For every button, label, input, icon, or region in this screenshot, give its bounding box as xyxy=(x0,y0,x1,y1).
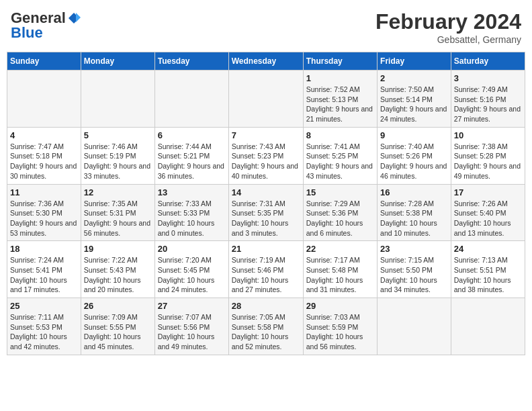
calendar-table: SundayMondayTuesdayWednesdayThursdayFrid… xyxy=(7,52,525,355)
calendar-week-3: 11Sunrise: 7:36 AMSunset: 5:30 PMDayligh… xyxy=(7,184,525,241)
calendar-cell: 20Sunrise: 7:20 AMSunset: 5:45 PMDayligh… xyxy=(154,241,228,298)
weekday-header-sunday: Sunday xyxy=(7,52,81,71)
day-info: Sunrise: 7:13 AMSunset: 5:51 PMDaylight:… xyxy=(454,255,522,295)
calendar-cell: 6Sunrise: 7:44 AMSunset: 5:21 PMDaylight… xyxy=(154,127,228,184)
day-number: 11 xyxy=(10,187,78,197)
calendar-week-4: 18Sunrise: 7:24 AMSunset: 5:41 PMDayligh… xyxy=(7,241,525,298)
day-info: Sunrise: 7:22 AMSunset: 5:43 PMDaylight:… xyxy=(84,255,152,295)
calendar-cell xyxy=(378,298,451,355)
day-number: 10 xyxy=(454,130,522,140)
day-info: Sunrise: 7:26 AMSunset: 5:40 PMDaylight:… xyxy=(454,199,522,238)
calendar-cell: 22Sunrise: 7:17 AMSunset: 5:48 PMDayligh… xyxy=(303,241,377,298)
day-info: Sunrise: 7:07 AMSunset: 5:56 PMDaylight:… xyxy=(158,312,226,352)
day-number: 22 xyxy=(306,244,374,254)
logo-blue-text: Blue xyxy=(11,24,43,42)
day-info: Sunrise: 7:05 AMSunset: 5:58 PMDaylight:… xyxy=(232,312,300,352)
day-info: Sunrise: 7:11 AMSunset: 5:53 PMDaylight:… xyxy=(10,312,78,352)
weekday-header-saturday: Saturday xyxy=(451,52,525,71)
day-number: 9 xyxy=(380,130,448,140)
weekday-header-tuesday: Tuesday xyxy=(154,52,228,71)
calendar-cell xyxy=(228,71,303,128)
day-info: Sunrise: 7:46 AMSunset: 5:19 PMDaylight:… xyxy=(84,142,152,181)
calendar-cell: 12Sunrise: 7:35 AMSunset: 5:31 PMDayligh… xyxy=(81,184,154,241)
day-number: 7 xyxy=(232,130,300,140)
day-info: Sunrise: 7:41 AMSunset: 5:25 PMDaylight:… xyxy=(306,142,374,181)
weekday-header-wednesday: Wednesday xyxy=(228,52,303,71)
logo-icon xyxy=(67,11,81,25)
calendar-cell: 3Sunrise: 7:49 AMSunset: 5:16 PMDaylight… xyxy=(451,71,525,128)
day-info: Sunrise: 7:35 AMSunset: 5:31 PMDaylight:… xyxy=(84,199,152,238)
calendar-week-5: 25Sunrise: 7:11 AMSunset: 5:53 PMDayligh… xyxy=(7,298,525,355)
day-number: 6 xyxy=(158,130,226,140)
calendar-week-2: 4Sunrise: 7:47 AMSunset: 5:18 PMDaylight… xyxy=(7,127,525,184)
calendar-cell: 4Sunrise: 7:47 AMSunset: 5:18 PMDaylight… xyxy=(7,127,81,184)
title-block: February 2024 Gebsattel, Germany xyxy=(375,9,521,45)
calendar-cell: 28Sunrise: 7:05 AMSunset: 5:58 PMDayligh… xyxy=(228,298,303,355)
day-number: 18 xyxy=(10,244,78,254)
day-number: 4 xyxy=(10,130,78,140)
calendar-cell xyxy=(154,71,228,128)
calendar-cell: 25Sunrise: 7:11 AMSunset: 5:53 PMDayligh… xyxy=(7,298,81,355)
calendar-cell: 13Sunrise: 7:33 AMSunset: 5:33 PMDayligh… xyxy=(154,184,228,241)
day-info: Sunrise: 7:43 AMSunset: 5:23 PMDaylight:… xyxy=(232,142,300,181)
calendar-cell: 17Sunrise: 7:26 AMSunset: 5:40 PMDayligh… xyxy=(451,184,525,241)
calendar-cell: 10Sunrise: 7:38 AMSunset: 5:28 PMDayligh… xyxy=(451,127,525,184)
day-number: 23 xyxy=(380,244,448,254)
calendar-cell: 2Sunrise: 7:50 AMSunset: 5:14 PMDaylight… xyxy=(378,71,451,128)
day-info: Sunrise: 7:29 AMSunset: 5:36 PMDaylight:… xyxy=(306,199,374,238)
month-year-title: February 2024 xyxy=(375,9,521,34)
day-info: Sunrise: 7:24 AMSunset: 5:41 PMDaylight:… xyxy=(10,255,78,295)
day-number: 28 xyxy=(232,301,300,311)
day-number: 14 xyxy=(232,187,300,197)
weekday-header-friday: Friday xyxy=(378,52,451,71)
day-info: Sunrise: 7:03 AMSunset: 5:59 PMDaylight:… xyxy=(306,312,374,352)
day-number: 3 xyxy=(454,73,522,83)
day-number: 17 xyxy=(454,187,522,197)
calendar-cell: 23Sunrise: 7:15 AMSunset: 5:50 PMDayligh… xyxy=(378,241,451,298)
day-info: Sunrise: 7:28 AMSunset: 5:38 PMDaylight:… xyxy=(380,199,448,238)
day-number: 26 xyxy=(84,301,152,311)
calendar-cell: 19Sunrise: 7:22 AMSunset: 5:43 PMDayligh… xyxy=(81,241,154,298)
day-number: 2 xyxy=(380,73,448,83)
day-number: 16 xyxy=(380,187,448,197)
day-number: 15 xyxy=(306,187,374,197)
svg-marker-1 xyxy=(76,13,81,22)
calendar-cell: 18Sunrise: 7:24 AMSunset: 5:41 PMDayligh… xyxy=(7,241,81,298)
calendar-cell: 15Sunrise: 7:29 AMSunset: 5:36 PMDayligh… xyxy=(303,184,377,241)
day-info: Sunrise: 7:50 AMSunset: 5:14 PMDaylight:… xyxy=(380,85,448,124)
day-number: 27 xyxy=(158,301,226,311)
calendar-body: 1Sunrise: 7:52 AMSunset: 5:13 PMDaylight… xyxy=(7,71,525,355)
day-info: Sunrise: 7:52 AMSunset: 5:13 PMDaylight:… xyxy=(306,85,374,124)
day-info: Sunrise: 7:17 AMSunset: 5:48 PMDaylight:… xyxy=(306,255,374,295)
calendar-cell: 14Sunrise: 7:31 AMSunset: 5:35 PMDayligh… xyxy=(228,184,303,241)
day-info: Sunrise: 7:33 AMSunset: 5:33 PMDaylight:… xyxy=(158,199,226,238)
day-info: Sunrise: 7:36 AMSunset: 5:30 PMDaylight:… xyxy=(10,199,78,238)
calendar-week-1: 1Sunrise: 7:52 AMSunset: 5:13 PMDaylight… xyxy=(7,71,525,128)
weekday-header-monday: Monday xyxy=(81,52,154,71)
day-info: Sunrise: 7:15 AMSunset: 5:50 PMDaylight:… xyxy=(380,255,448,295)
calendar-cell: 26Sunrise: 7:09 AMSunset: 5:55 PMDayligh… xyxy=(81,298,154,355)
day-number: 12 xyxy=(84,187,152,197)
day-number: 20 xyxy=(158,244,226,254)
day-number: 29 xyxy=(306,301,374,311)
location-subtitle: Gebsattel, Germany xyxy=(375,34,521,45)
calendar-cell: 24Sunrise: 7:13 AMSunset: 5:51 PMDayligh… xyxy=(451,241,525,298)
day-info: Sunrise: 7:38 AMSunset: 5:28 PMDaylight:… xyxy=(454,142,522,181)
calendar-cell: 5Sunrise: 7:46 AMSunset: 5:19 PMDaylight… xyxy=(81,127,154,184)
day-number: 13 xyxy=(158,187,226,197)
calendar-cell xyxy=(7,71,81,128)
day-info: Sunrise: 7:40 AMSunset: 5:26 PMDaylight:… xyxy=(380,142,448,181)
day-number: 19 xyxy=(84,244,152,254)
calendar-cell: 8Sunrise: 7:41 AMSunset: 5:25 PMDaylight… xyxy=(303,127,377,184)
day-info: Sunrise: 7:49 AMSunset: 5:16 PMDaylight:… xyxy=(454,85,522,124)
calendar-cell: 29Sunrise: 7:03 AMSunset: 5:59 PMDayligh… xyxy=(303,298,377,355)
calendar-cell xyxy=(81,71,154,128)
calendar-cell xyxy=(451,298,525,355)
day-info: Sunrise: 7:44 AMSunset: 5:21 PMDaylight:… xyxy=(158,142,226,181)
day-number: 1 xyxy=(306,73,374,83)
day-info: Sunrise: 7:20 AMSunset: 5:45 PMDaylight:… xyxy=(158,255,226,295)
day-info: Sunrise: 7:19 AMSunset: 5:46 PMDaylight:… xyxy=(232,255,300,295)
day-info: Sunrise: 7:09 AMSunset: 5:55 PMDaylight:… xyxy=(84,312,152,352)
calendar-cell: 9Sunrise: 7:40 AMSunset: 5:26 PMDaylight… xyxy=(378,127,451,184)
day-info: Sunrise: 7:31 AMSunset: 5:35 PMDaylight:… xyxy=(232,199,300,238)
